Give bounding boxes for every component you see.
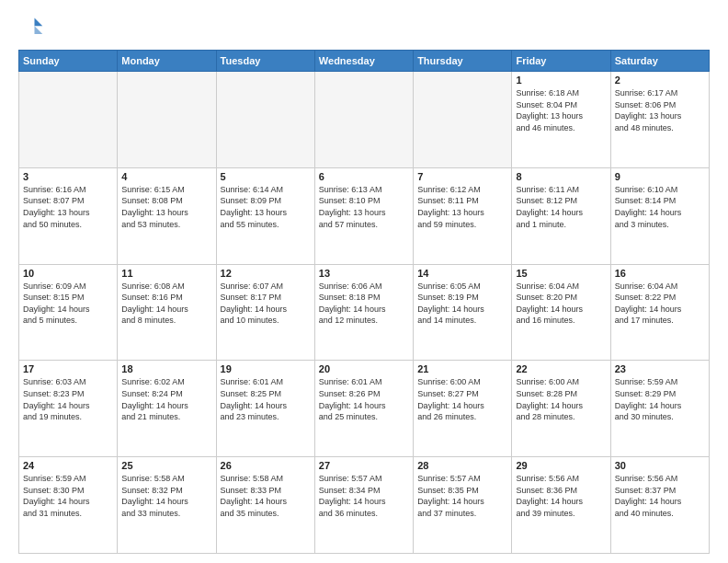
- calendar-cell: 2Sunrise: 6:17 AM Sunset: 8:06 PM Daylig…: [610, 72, 709, 168]
- day-number: 7: [417, 171, 507, 182]
- day-info: Sunrise: 6:07 AM Sunset: 8:17 PM Dayligh…: [221, 281, 311, 327]
- day-number: 21: [417, 363, 507, 374]
- calendar-cell: 30Sunrise: 5:56 AM Sunset: 8:37 PM Dayli…: [610, 457, 709, 554]
- day-number: 16: [615, 268, 705, 279]
- calendar-week-4: 17Sunrise: 6:03 AM Sunset: 8:23 PM Dayli…: [19, 361, 710, 457]
- day-info: Sunrise: 6:16 AM Sunset: 8:07 PM Dayligh…: [23, 184, 113, 230]
- day-info: Sunrise: 6:06 AM Sunset: 8:18 PM Dayligh…: [319, 281, 409, 327]
- day-info: Sunrise: 5:56 AM Sunset: 8:36 PM Dayligh…: [516, 473, 606, 519]
- calendar-week-1: 1Sunrise: 6:18 AM Sunset: 8:04 PM Daylig…: [19, 72, 710, 168]
- day-info: Sunrise: 5:58 AM Sunset: 8:32 PM Dayligh…: [121, 473, 211, 519]
- day-info: Sunrise: 6:02 AM Sunset: 8:24 PM Dayligh…: [121, 376, 211, 422]
- calendar-cell: 1Sunrise: 6:18 AM Sunset: 8:04 PM Daylig…: [512, 72, 610, 168]
- day-number: 20: [319, 363, 409, 374]
- calendar-header-tuesday: Tuesday: [216, 51, 314, 72]
- calendar-cell: 25Sunrise: 5:58 AM Sunset: 8:32 PM Dayli…: [118, 457, 216, 554]
- day-number: 18: [121, 363, 211, 374]
- logo-icon: [18, 15, 44, 40]
- calendar-cell: 16Sunrise: 6:04 AM Sunset: 8:22 PM Dayli…: [610, 264, 709, 361]
- calendar-header-thursday: Thursday: [414, 51, 512, 72]
- day-info: Sunrise: 6:03 AM Sunset: 8:23 PM Dayligh…: [23, 376, 113, 422]
- day-info: Sunrise: 5:58 AM Sunset: 8:33 PM Dayligh…: [221, 473, 311, 519]
- svg-marker-0: [35, 18, 43, 27]
- day-number: 11: [121, 268, 211, 279]
- calendar-cell: 7Sunrise: 6:12 AM Sunset: 8:11 PM Daylig…: [414, 167, 512, 264]
- calendar-cell: [118, 72, 216, 168]
- calendar-week-3: 10Sunrise: 6:09 AM Sunset: 8:15 PM Dayli…: [19, 264, 710, 361]
- day-info: Sunrise: 5:57 AM Sunset: 8:35 PM Dayligh…: [417, 473, 507, 519]
- day-info: Sunrise: 6:00 AM Sunset: 8:28 PM Dayligh…: [516, 376, 606, 422]
- day-number: 29: [516, 460, 606, 471]
- day-number: 14: [417, 268, 507, 279]
- day-number: 30: [615, 460, 705, 471]
- day-number: 23: [615, 363, 705, 374]
- day-info: Sunrise: 6:01 AM Sunset: 8:25 PM Dayligh…: [221, 376, 311, 422]
- day-number: 24: [23, 460, 113, 471]
- day-number: 28: [417, 460, 507, 471]
- day-info: Sunrise: 6:18 AM Sunset: 8:04 PM Dayligh…: [516, 87, 606, 133]
- calendar-cell: [216, 72, 314, 168]
- page: SundayMondayTuesdayWednesdayThursdayFrid…: [0, 0, 728, 563]
- calendar-header-wednesday: Wednesday: [314, 51, 413, 72]
- day-number: 22: [516, 363, 606, 374]
- day-number: 3: [23, 171, 113, 182]
- calendar-cell: 17Sunrise: 6:03 AM Sunset: 8:23 PM Dayli…: [19, 361, 118, 457]
- calendar-cell: 15Sunrise: 6:04 AM Sunset: 8:20 PM Dayli…: [512, 264, 610, 361]
- day-info: Sunrise: 6:12 AM Sunset: 8:11 PM Dayligh…: [417, 184, 507, 230]
- day-number: 6: [319, 171, 409, 182]
- day-info: Sunrise: 6:08 AM Sunset: 8:16 PM Dayligh…: [121, 281, 211, 327]
- day-number: 13: [319, 268, 409, 279]
- day-info: Sunrise: 6:01 AM Sunset: 8:26 PM Dayligh…: [319, 376, 409, 422]
- day-info: Sunrise: 6:13 AM Sunset: 8:10 PM Dayligh…: [319, 184, 409, 230]
- day-number: 8: [516, 171, 606, 182]
- calendar-header-saturday: Saturday: [610, 51, 709, 72]
- day-info: Sunrise: 6:05 AM Sunset: 8:19 PM Dayligh…: [417, 281, 507, 327]
- calendar-header-friday: Friday: [512, 51, 610, 72]
- day-info: Sunrise: 6:14 AM Sunset: 8:09 PM Dayligh…: [221, 184, 311, 230]
- day-info: Sunrise: 6:10 AM Sunset: 8:14 PM Dayligh…: [615, 184, 705, 230]
- calendar-cell: 20Sunrise: 6:01 AM Sunset: 8:26 PM Dayli…: [314, 361, 413, 457]
- day-info: Sunrise: 5:57 AM Sunset: 8:34 PM Dayligh…: [319, 473, 409, 519]
- calendar-cell: [314, 72, 413, 168]
- day-info: Sunrise: 6:11 AM Sunset: 8:12 PM Dayligh…: [516, 184, 606, 230]
- day-number: 10: [23, 268, 113, 279]
- calendar-header-sunday: Sunday: [19, 51, 118, 72]
- calendar-table: SundayMondayTuesdayWednesdayThursdayFrid…: [18, 50, 710, 554]
- logo: [18, 15, 48, 40]
- day-number: 2: [615, 75, 705, 86]
- calendar-cell: 5Sunrise: 6:14 AM Sunset: 8:09 PM Daylig…: [216, 167, 314, 264]
- day-number: 19: [221, 363, 311, 374]
- day-info: Sunrise: 6:17 AM Sunset: 8:06 PM Dayligh…: [615, 87, 705, 133]
- calendar-week-2: 3Sunrise: 6:16 AM Sunset: 8:07 PM Daylig…: [19, 167, 710, 264]
- day-info: Sunrise: 5:59 AM Sunset: 8:30 PM Dayligh…: [23, 473, 113, 519]
- calendar-cell: 19Sunrise: 6:01 AM Sunset: 8:25 PM Dayli…: [216, 361, 314, 457]
- calendar-cell: 28Sunrise: 5:57 AM Sunset: 8:35 PM Dayli…: [414, 457, 512, 554]
- calendar-cell: 24Sunrise: 5:59 AM Sunset: 8:30 PM Dayli…: [19, 457, 118, 554]
- calendar-cell: 18Sunrise: 6:02 AM Sunset: 8:24 PM Dayli…: [118, 361, 216, 457]
- day-number: 17: [23, 363, 113, 374]
- day-number: 25: [121, 460, 211, 471]
- calendar-cell: [19, 72, 118, 168]
- day-number: 9: [615, 171, 705, 182]
- calendar-cell: 23Sunrise: 5:59 AM Sunset: 8:29 PM Dayli…: [610, 361, 709, 457]
- day-number: 27: [319, 460, 409, 471]
- day-number: 15: [516, 268, 606, 279]
- calendar-cell: 29Sunrise: 5:56 AM Sunset: 8:36 PM Dayli…: [512, 457, 610, 554]
- calendar-cell: 21Sunrise: 6:00 AM Sunset: 8:27 PM Dayli…: [414, 361, 512, 457]
- calendar-cell: 12Sunrise: 6:07 AM Sunset: 8:17 PM Dayli…: [216, 264, 314, 361]
- calendar-cell: 27Sunrise: 5:57 AM Sunset: 8:34 PM Dayli…: [314, 457, 413, 554]
- calendar-cell: 4Sunrise: 6:15 AM Sunset: 8:08 PM Daylig…: [118, 167, 216, 264]
- calendar-header-row: SundayMondayTuesdayWednesdayThursdayFrid…: [19, 51, 710, 72]
- calendar-cell: 22Sunrise: 6:00 AM Sunset: 8:28 PM Dayli…: [512, 361, 610, 457]
- day-number: 4: [121, 171, 211, 182]
- calendar-header-monday: Monday: [118, 51, 216, 72]
- calendar-cell: [414, 72, 512, 168]
- day-number: 26: [221, 460, 311, 471]
- calendar-cell: 13Sunrise: 6:06 AM Sunset: 8:18 PM Dayli…: [314, 264, 413, 361]
- day-info: Sunrise: 5:59 AM Sunset: 8:29 PM Dayligh…: [615, 376, 705, 422]
- calendar-cell: 9Sunrise: 6:10 AM Sunset: 8:14 PM Daylig…: [610, 167, 709, 264]
- calendar-cell: 11Sunrise: 6:08 AM Sunset: 8:16 PM Dayli…: [118, 264, 216, 361]
- svg-marker-1: [35, 26, 43, 34]
- day-info: Sunrise: 6:15 AM Sunset: 8:08 PM Dayligh…: [121, 184, 211, 230]
- day-number: 5: [221, 171, 311, 182]
